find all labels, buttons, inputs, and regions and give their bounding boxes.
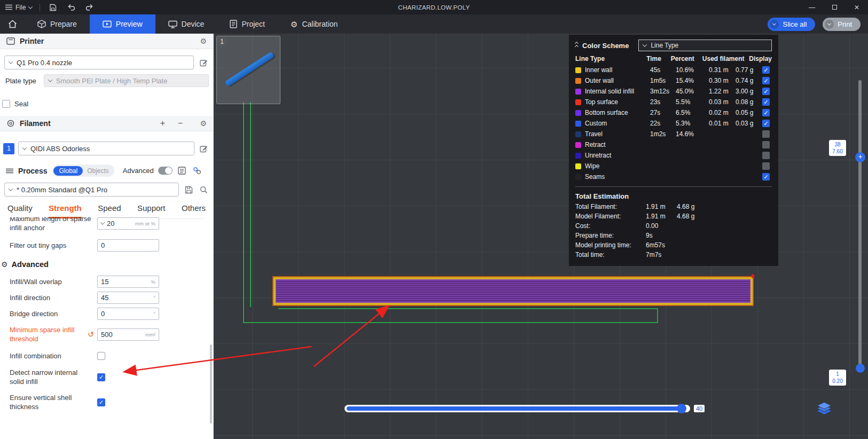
layer-slider-track[interactable]: [858, 80, 862, 369]
layer-top-tooltip: 38 7.60: [829, 140, 846, 156]
plate-type-label: Plate type: [5, 77, 36, 85]
preview-viewport[interactable]: 1 Color Scheme Line Type Line Type Time …: [214, 34, 868, 439]
minimize-button[interactable]: —: [801, 0, 823, 14]
window-title: CHARIZARD.LOW.POLY: [0, 4, 868, 11]
advanced-toggle[interactable]: [158, 167, 173, 175]
infill-combination-checkbox[interactable]: [97, 352, 105, 360]
filament-slot-badge[interactable]: 1: [3, 143, 14, 154]
close-button[interactable]: ✕: [846, 0, 868, 14]
filament-settings-gear-icon[interactable]: ⚙: [200, 119, 207, 128]
maximize-button[interactable]: [823, 0, 846, 14]
line-type-time: 1m2s: [650, 130, 676, 138]
parameter-table-icon[interactable]: [177, 166, 187, 176]
titlebar: File CHARIZARD.LOW.POLY — ✕: [0, 0, 868, 14]
remove-filament-button[interactable]: −: [175, 119, 185, 128]
display-checkbox[interactable]: [762, 66, 770, 74]
total-row-label: Prepare time:: [575, 232, 646, 239]
left-panel: Printer ⚙ Q1 Pro 0.4 nozzle Plate type S…: [0, 34, 214, 439]
settings-scroll-area[interactable]: Maximum length of sparse infill anchor 2…: [0, 217, 213, 439]
tab-speed[interactable]: Speed: [98, 203, 121, 218]
plate-number-badge[interactable]: 1: [217, 36, 227, 46]
sparse-infill-anchor-input[interactable]: 20 mm or %: [97, 217, 159, 230]
detect-narrow-infill-checkbox[interactable]: [97, 373, 105, 381]
display-checkbox[interactable]: [762, 109, 770, 116]
printer-settings-gear-icon[interactable]: ⚙: [200, 37, 207, 45]
setting-label-infill-direction: Infill direction: [10, 293, 97, 302]
line-type-weight: 0.08 g: [736, 98, 758, 106]
slice-all-button[interactable]: Slice all: [768, 18, 815, 31]
bridge-direction-input[interactable]: 0 °: [97, 308, 159, 320]
col-time: Time: [646, 55, 671, 62]
view-mode-dropdown[interactable]: Line Type: [638, 40, 772, 51]
search-settings-icon[interactable]: [198, 184, 209, 195]
line-type-label: Bottom surface: [585, 109, 650, 116]
tab-strength[interactable]: Strength: [49, 203, 82, 218]
filter-tiny-gaps-input[interactable]: 0: [97, 239, 159, 252]
reset-to-default-icon[interactable]: ↺: [88, 330, 97, 339]
collapse-panel-icon[interactable]: [575, 42, 578, 49]
line-type-row-outer-wall: Outer wall 1m5s 15.4% 0.30 m 0.74 g: [575, 75, 772, 86]
tab-support[interactable]: Support: [137, 203, 166, 218]
tab-preview[interactable]: Preview: [90, 14, 155, 34]
plate-type-dropdown[interactable]: Smooth PEI Plate / High Temp Plate: [44, 74, 209, 87]
tab-device[interactable]: Device: [155, 14, 217, 34]
display-checkbox[interactable]: [762, 77, 770, 84]
plate-thumbnail[interactable]: 1: [216, 36, 280, 104]
overlap-value: 15: [101, 278, 148, 286]
display-checkbox[interactable]: [762, 162, 770, 170]
tab-prepare[interactable]: Prepare: [25, 14, 90, 34]
line-type-row-internal-solid-infill: Internal solid infill 3m12s 45.0% 1.22 m…: [575, 86, 772, 97]
objects-segment[interactable]: Objects: [83, 166, 113, 176]
sidebar-scrollbar[interactable]: [210, 344, 212, 424]
move-slider-track[interactable]: [345, 405, 690, 412]
edit-printer-preset-icon[interactable]: [198, 57, 209, 68]
display-checkbox[interactable]: [762, 98, 770, 106]
layer-slider-top-handle[interactable]: +: [855, 152, 865, 162]
print-options-chevron-icon[interactable]: [825, 20, 834, 29]
slice-options-chevron-icon[interactable]: [770, 20, 779, 29]
line-type-percent: 10.6%: [676, 66, 709, 74]
move-slider-handle[interactable]: [677, 404, 686, 413]
total-time-row: Total time: 7m7s: [575, 250, 772, 260]
edit-filament-icon[interactable]: [198, 143, 209, 154]
tab-project[interactable]: Project: [217, 14, 278, 34]
prepare-icon: [37, 20, 46, 28]
display-checkbox[interactable]: [762, 152, 770, 159]
infill-wall-overlap-input[interactable]: 15 %: [97, 276, 159, 288]
display-checkbox[interactable]: [762, 130, 770, 138]
tab-calibration[interactable]: ⚙ Calibration: [278, 14, 350, 34]
save-preset-icon[interactable]: [183, 184, 194, 195]
filament-section-header[interactable]: Filament + − ⚙: [0, 116, 213, 131]
advanced-section-header[interactable]: ⚙ Advanced: [1, 260, 213, 269]
global-segment[interactable]: Global: [53, 166, 83, 176]
tab-others[interactable]: Others: [182, 203, 206, 218]
display-checkbox[interactable]: [762, 141, 770, 148]
chevron-down-icon: [100, 220, 105, 224]
bottom-layer-number: 1: [830, 371, 846, 378]
tab-quality[interactable]: Quality: [7, 203, 33, 218]
print-button[interactable]: Print: [823, 18, 861, 31]
global-objects-toggle[interactable]: Global Objects: [52, 164, 114, 177]
seal-checkbox[interactable]: [2, 100, 10, 108]
total-row-label: Model printing time:: [575, 241, 646, 249]
move-slider-fill: [347, 406, 681, 411]
process-preset-dropdown[interactable]: * 0.20mm Standard @Q1 Pro: [4, 183, 179, 197]
advanced-section-icon: ⚙: [1, 260, 8, 269]
layer-slider-bottom-handle[interactable]: [856, 364, 865, 373]
filament-section-title: Filament: [20, 119, 51, 128]
printer-section-header[interactable]: Printer ⚙: [0, 34, 213, 49]
compare-presets-icon[interactable]: [192, 166, 202, 176]
display-checkbox[interactable]: [762, 88, 770, 95]
layers-view-icon[interactable]: [816, 401, 832, 416]
display-checkbox[interactable]: [762, 173, 770, 181]
display-checkbox[interactable]: [762, 120, 770, 127]
add-filament-button[interactable]: +: [157, 119, 168, 128]
filament-preset-dropdown[interactable]: QIDI ABS Odorless: [18, 142, 194, 155]
printer-preset-dropdown[interactable]: Q1 Pro 0.4 nozzle: [4, 56, 194, 69]
line-type-label: Inner wall: [585, 66, 650, 74]
ensure-vertical-shell-checkbox[interactable]: [97, 398, 105, 406]
min-sparse-threshold-input[interactable]: 500 mm²: [97, 328, 159, 341]
home-button[interactable]: [0, 14, 25, 34]
line-type-length: 1.22 m: [709, 88, 736, 95]
infill-direction-input[interactable]: 45 °: [97, 292, 159, 304]
